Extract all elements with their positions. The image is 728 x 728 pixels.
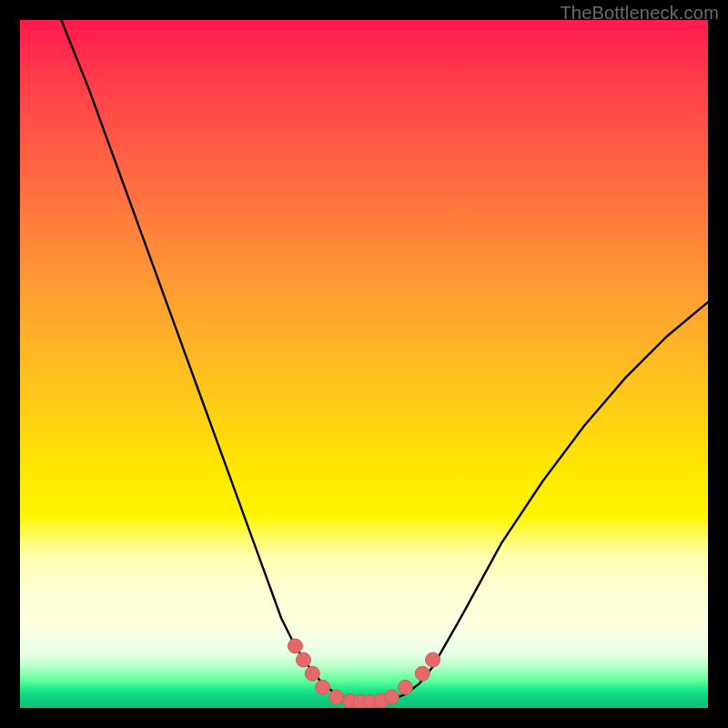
chart-frame: TheBottleneck.com bbox=[0, 0, 728, 728]
watermark-text: TheBottleneck.com bbox=[560, 3, 719, 24]
plot-area bbox=[20, 20, 708, 708]
